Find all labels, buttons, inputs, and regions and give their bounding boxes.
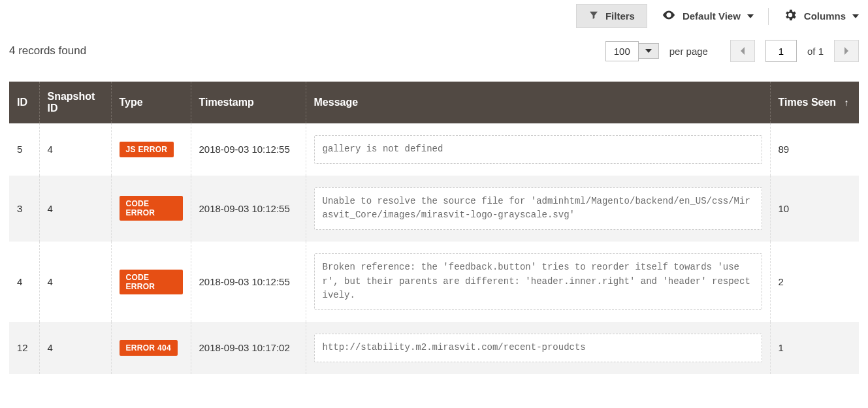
columns-label: Columns — [804, 10, 846, 22]
cell-type: JS ERROR — [111, 123, 191, 176]
cell-timestamp: 2018-09-03 10:12:55 — [191, 176, 306, 242]
col-header-type[interactable]: Type — [111, 82, 191, 123]
next-page-button[interactable] — [834, 40, 859, 62]
cell-type: ERROR 404 — [111, 322, 191, 374]
filters-label: Filters — [605, 10, 635, 22]
cell-timestamp: 2018-09-03 10:12:55 — [191, 123, 306, 176]
page-size-value: 100 — [605, 41, 639, 61]
default-view-label: Default View — [683, 10, 741, 22]
eye-icon — [662, 8, 676, 24]
default-view-dropdown[interactable]: Default View — [662, 8, 754, 24]
type-badge: CODE ERROR — [120, 196, 183, 221]
cell-id: 3 — [9, 176, 39, 242]
records-found-label: 4 records found — [9, 44, 86, 57]
cell-timestamp: 2018-09-03 10:17:02 — [191, 322, 306, 374]
page-input[interactable] — [765, 40, 797, 62]
cell-snapshot-id: 4 — [39, 123, 111, 176]
prev-page-button[interactable] — [730, 40, 755, 62]
per-page-label: per page — [669, 46, 708, 57]
funnel-icon — [588, 10, 599, 22]
message-box: gallery is not defined — [314, 135, 762, 164]
cell-snapshot-id: 4 — [39, 176, 111, 242]
chevron-down-icon — [747, 14, 754, 18]
chevron-down-icon — [852, 14, 859, 18]
table-row[interactable]: 54JS ERROR2018-09-03 10:12:55gallery is … — [9, 123, 859, 176]
separator — [768, 8, 769, 25]
sort-ascending-icon: ↑ — [844, 97, 849, 108]
table-header-row: ID Snapshot ID Type Timestamp Message Ti… — [9, 82, 859, 123]
chevron-right-icon — [843, 46, 850, 55]
type-badge: JS ERROR — [120, 142, 174, 157]
cell-id: 4 — [9, 242, 39, 322]
cell-id: 5 — [9, 123, 39, 176]
table-row[interactable]: 124ERROR 4042018-09-03 10:17:02http://st… — [9, 322, 859, 374]
message-box: http://stability.m2.mirasvit.com/recent-… — [314, 334, 762, 362]
cell-message: gallery is not defined — [306, 123, 770, 176]
cell-message: Broken reference: the 'feedback.button' … — [306, 242, 770, 322]
cell-type: CODE ERROR — [111, 242, 191, 322]
cell-message: Unable to resolve the source file for 'a… — [306, 176, 770, 242]
col-header-message[interactable]: Message — [306, 82, 770, 123]
cell-times-seen: 2 — [770, 242, 859, 322]
cell-times-seen: 89 — [770, 123, 859, 176]
cell-snapshot-id: 4 — [39, 242, 111, 322]
cell-snapshot-id: 4 — [39, 322, 111, 374]
filters-button[interactable]: Filters — [576, 4, 647, 28]
cell-id: 12 — [9, 322, 39, 374]
message-box: Unable to resolve the source file for 'a… — [314, 187, 762, 230]
col-header-snapshot-id[interactable]: Snapshot ID — [39, 82, 111, 123]
type-badge: CODE ERROR — [120, 270, 183, 294]
data-grid: ID Snapshot ID Type Timestamp Message Ti… — [9, 82, 859, 374]
type-badge: ERROR 404 — [120, 340, 178, 356]
page-size-dropdown[interactable] — [639, 43, 659, 59]
message-box: Broken reference: the 'feedback.button' … — [314, 253, 762, 310]
chevron-left-icon — [739, 46, 746, 55]
col-header-times-seen[interactable]: Times Seen ↑ — [770, 82, 859, 123]
chevron-down-icon — [645, 49, 652, 53]
cell-type: CODE ERROR — [111, 176, 191, 242]
table-row[interactable]: 44CODE ERROR2018-09-03 10:12:55Broken re… — [9, 242, 859, 322]
cell-message: http://stability.m2.mirasvit.com/recent-… — [306, 322, 770, 374]
cell-times-seen: 10 — [770, 176, 859, 242]
of-label: of 1 — [807, 46, 824, 57]
col-header-timestamp[interactable]: Timestamp — [191, 82, 306, 123]
col-header-id[interactable]: ID — [9, 82, 39, 123]
cell-times-seen: 1 — [770, 322, 859, 374]
table-row[interactable]: 34CODE ERROR2018-09-03 10:12:55Unable to… — [9, 176, 859, 242]
columns-dropdown[interactable]: Columns — [783, 8, 859, 24]
pager: 100 per page of 1 — [605, 40, 859, 62]
gear-icon — [783, 8, 797, 24]
cell-timestamp: 2018-09-03 10:12:55 — [191, 242, 306, 322]
